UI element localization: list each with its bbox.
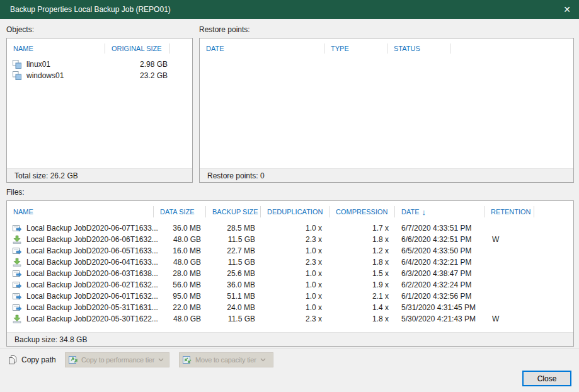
- object-name: linux01: [26, 60, 50, 69]
- table-row[interactable]: Local Backup JobD2020-06-04T1633... 48.0…: [7, 257, 573, 268]
- backup-file-icon: [12, 268, 22, 279]
- file-data-size: 48.0 GB: [154, 314, 206, 323]
- performance-tier-icon: [68, 355, 78, 365]
- file-date: 6/4/2020 4:32:21 PM: [395, 258, 484, 267]
- file-deduplication: 2.3 x: [261, 314, 330, 323]
- column-header-backup-size[interactable]: BACKUP SIZE: [206, 201, 261, 222]
- table-row[interactable]: linux01 2.98 GB: [7, 59, 192, 70]
- file-compression: 1.7 x: [330, 224, 395, 233]
- object-original-size: 2.98 GB: [105, 60, 170, 69]
- column-header-name[interactable]: NAME: [7, 201, 154, 222]
- table-row[interactable]: Local Backup JobD2020-06-01T1632... 95.0…: [7, 291, 573, 302]
- files-footer: Backup size: 34.8 GB: [7, 332, 573, 346]
- file-backup-size: 24.0 MB: [206, 303, 261, 312]
- file-backup-size: 11.5 GB: [206, 314, 261, 323]
- file-compression: 1.5 x: [330, 269, 395, 278]
- column-header-status[interactable]: STATUS: [387, 38, 450, 59]
- file-deduplication: 1.0 x: [261, 246, 330, 255]
- move-to-capacity-tier-button[interactable]: Move to capacity tier: [179, 352, 273, 367]
- window-title: Backup Properties Local Backup Job (REPO…: [10, 5, 171, 14]
- file-data-size: 22.0 MB: [154, 303, 206, 312]
- files-label: Files:: [6, 188, 25, 197]
- window-close-icon[interactable]: ✕: [563, 5, 571, 14]
- objects-total-size: Total size: 26.2 GB: [14, 171, 78, 180]
- file-compression: 2.1 x: [330, 292, 395, 301]
- restore-points-table: DATE TYPE STATUS Restore points: 0: [199, 38, 574, 183]
- file-backup-size: 36.0 MB: [206, 280, 261, 289]
- file-backup-size: 22.7 MB: [206, 246, 261, 255]
- file-date: 6/2/2020 4:32:24 PM: [395, 280, 484, 289]
- file-compression: 1.8 x: [330, 314, 395, 323]
- copy-to-performance-tier-button[interactable]: Copy to performance tier: [65, 352, 169, 367]
- files-table-header: NAME DATA SIZE BACKUP SIZE DEDUPLICATION…: [7, 201, 573, 222]
- backup-properties-dialog: Backup Properties Local Backup Job (REPO…: [0, 0, 579, 392]
- file-retention: W: [484, 235, 534, 244]
- file-name: Local Backup JobD2020-06-06T1632...: [26, 235, 158, 244]
- column-header-data-size[interactable]: DATA SIZE: [154, 201, 206, 222]
- file-compression: 1.8 x: [330, 258, 395, 267]
- file-backup-size: 28.5 MB: [206, 224, 261, 233]
- file-data-size: 48.0 GB: [154, 258, 206, 267]
- table-row[interactable]: Local Backup JobD2020-05-31T1631... 22.0…: [7, 302, 573, 313]
- column-header-retention[interactable]: RETENTION: [484, 201, 534, 222]
- files-backup-size: Backup size: 34.8 GB: [14, 335, 87, 344]
- objects-table: NAME ORIGINAL SIZE linux01 2.: [6, 38, 193, 183]
- file-name: Local Backup JobD2020-06-05T1633...: [26, 246, 158, 255]
- close-button-label: Close: [537, 374, 557, 383]
- file-retention: W: [484, 314, 534, 323]
- copy-path-button[interactable]: Copy path: [8, 352, 56, 367]
- table-row[interactable]: Local Backup JobD2020-06-05T1633... 16.0…: [7, 245, 573, 257]
- file-name: Local Backup JobD2020-05-31T1631...: [26, 303, 158, 312]
- table-row[interactable]: Local Backup JobD2020-06-06T1632... 48.0…: [7, 234, 573, 245]
- objects-table-header: NAME ORIGINAL SIZE: [7, 38, 192, 59]
- table-row[interactable]: Local Backup JobD2020-05-30T1622... 48.0…: [7, 313, 573, 325]
- file-name: Local Backup JobD2020-06-01T1632...: [26, 292, 158, 301]
- backup-file-icon: [12, 223, 22, 233]
- copy-to-performance-tier-label: Copy to performance tier: [81, 356, 154, 364]
- file-deduplication: 1.0 x: [261, 269, 330, 278]
- table-row[interactable]: Local Backup JobD2020-06-02T1632... 56.0…: [7, 279, 573, 291]
- restore-points-footer: Restore points: 0: [200, 168, 573, 182]
- file-deduplication: 1.0 x: [261, 280, 330, 289]
- table-row[interactable]: Local Backup JobD2020-06-03T1638... 28.0…: [7, 268, 573, 279]
- table-row[interactable]: windows01 23.2 GB: [7, 70, 192, 81]
- chevron-down-icon: [158, 358, 164, 362]
- column-header-name[interactable]: NAME: [7, 38, 105, 59]
- objects-footer: Total size: 26.2 GB: [7, 168, 192, 182]
- file-name: Local Backup JobD2020-06-03T1638...: [26, 269, 158, 278]
- backup-file-icon: [12, 257, 22, 267]
- capacity-tier-icon: [182, 355, 192, 365]
- file-name: Local Backup JobD2020-06-04T1633...: [26, 258, 158, 267]
- object-original-size: 23.2 GB: [105, 71, 170, 80]
- copy-path-label: Copy path: [21, 355, 56, 364]
- column-header-type[interactable]: TYPE: [324, 38, 387, 59]
- files-table-body: Local Backup JobD2020-06-07T1633... 36.0…: [7, 222, 573, 332]
- column-header-date[interactable]: DATE: [200, 38, 324, 59]
- objects-table-body: linux01 2.98 GB windows01: [7, 59, 192, 168]
- file-compression: 1.9 x: [330, 280, 395, 289]
- file-compression: 1.4 x: [330, 303, 395, 312]
- close-button[interactable]: Close: [522, 371, 571, 386]
- vm-icon: [12, 71, 22, 81]
- chevron-down-icon: [260, 358, 266, 362]
- file-compression: 1.2 x: [330, 246, 395, 255]
- restore-points-label: Restore points:: [199, 25, 250, 34]
- column-header-date[interactable]: DATE ↓: [395, 201, 484, 222]
- file-date: 5/30/2020 4:21:43 PM: [395, 314, 484, 323]
- restore-points-count: Restore points: 0: [207, 171, 265, 180]
- file-backup-size: 11.5 GB: [206, 235, 261, 244]
- file-date: 6/3/2020 4:38:47 PM: [395, 269, 484, 278]
- column-header-original-size[interactable]: ORIGINAL SIZE: [105, 38, 170, 59]
- column-header-compression[interactable]: COMPRESSION: [330, 201, 395, 222]
- file-data-size: 48.0 GB: [154, 235, 206, 244]
- table-row[interactable]: Local Backup JobD2020-06-07T1633... 36.0…: [7, 222, 573, 234]
- vm-icon: [12, 59, 22, 69]
- file-date: 6/6/2020 4:32:51 PM: [395, 235, 484, 244]
- file-deduplication: 2.3 x: [261, 235, 330, 244]
- file-date: 6/5/2020 4:33:50 PM: [395, 246, 484, 255]
- file-date: 6/7/2020 4:33:51 PM: [395, 224, 484, 233]
- file-deduplication: 2.3 x: [261, 258, 330, 267]
- column-header-deduplication[interactable]: DEDUPLICATION: [261, 201, 330, 222]
- file-backup-size: 25.6 MB: [206, 269, 261, 278]
- restore-points-table-body: [200, 59, 573, 168]
